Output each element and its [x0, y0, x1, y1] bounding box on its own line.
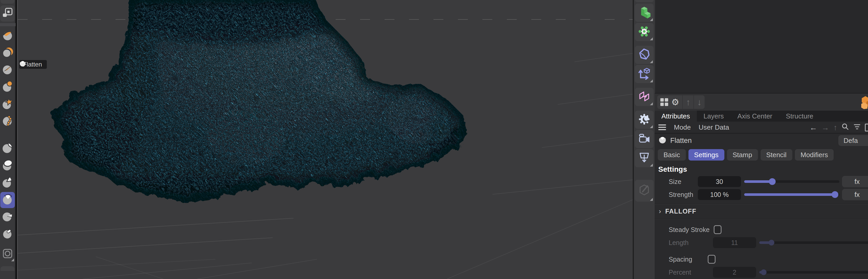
steady-stroke-row: Steady Stroke	[655, 223, 868, 236]
pull-brush-icon	[2, 29, 13, 42]
sculpt-mesh[interactable]	[44, 0, 486, 213]
toolbar-button-partial-top[interactable]	[1, 0, 14, 4]
search-icon[interactable]	[841, 123, 849, 133]
flyout-indicator	[650, 60, 653, 63]
slider-handle[interactable]	[832, 191, 838, 198]
plugin-icon[interactable]	[860, 96, 868, 110]
attributes-icon-toolbar: ⚙ ↑ ↓	[655, 94, 868, 111]
sky-object-button[interactable]	[635, 111, 654, 129]
sculpt-brush-toolbar	[0, 0, 16, 279]
toolbar-divider	[0, 23, 16, 26]
size-value-field[interactable]: 30	[698, 176, 741, 187]
edit-object-button-disabled	[635, 180, 654, 202]
sculpt-brush-scrape[interactable]	[0, 209, 15, 225]
attributes-manager: ⚙ ↑ ↓ Attributes Layers Axis Cente	[655, 0, 868, 279]
layout-grid-button[interactable]: ⚙	[657, 95, 683, 109]
gear-icon[interactable]: ⚙	[671, 98, 679, 106]
sky-object-icon	[638, 112, 651, 127]
sculpt-brush-fill[interactable]	[0, 141, 15, 156]
sculpt-brush-amplify[interactable]	[0, 113, 15, 130]
smooth-brush-icon	[2, 159, 13, 172]
add-primitive-button[interactable]	[635, 4, 654, 22]
symmetry-button[interactable]	[635, 88, 654, 106]
length-value-field[interactable]: 11	[713, 237, 756, 248]
tab-settings[interactable]: Settings	[688, 149, 724, 161]
tab-axis-center[interactable]: Axis Center	[731, 111, 779, 121]
percent-slider	[759, 271, 868, 274]
sculpt-brush-knife[interactable]	[0, 62, 15, 78]
select-mask-button[interactable]	[0, 246, 15, 262]
strength-label: Strength	[669, 191, 698, 199]
flyout-indicator	[650, 102, 653, 105]
toolbar-button-partial-bottom[interactable]	[1, 266, 14, 271]
hamburger-menu-icon[interactable]	[658, 125, 666, 130]
nav-forward-icon[interactable]: →	[822, 124, 829, 132]
sculpt-brush-inflate[interactable]	[0, 79, 15, 95]
size-slider[interactable]	[744, 180, 839, 183]
falloff-section-header[interactable]: › FALLOFF	[655, 206, 868, 216]
slider-handle[interactable]	[769, 178, 776, 185]
stage-floor-button[interactable]	[635, 149, 654, 167]
subdivide-icon	[2, 7, 13, 20]
strength-fx-button[interactable]: fx	[842, 189, 868, 200]
history-forward-button[interactable]: ↓	[694, 95, 705, 109]
grab-brush-icon	[2, 98, 13, 111]
sculpt-brush-smooth[interactable]	[0, 158, 15, 174]
flyout-indicator	[650, 198, 653, 201]
selected-object-row: Flatten Defa	[655, 134, 868, 147]
flyout-indicator	[650, 164, 653, 167]
add-generator-button[interactable]	[635, 23, 654, 41]
sculpt-brush-smear[interactable]	[0, 45, 15, 61]
workplane-axis-icon	[638, 67, 651, 81]
inflate-brush-icon	[2, 81, 13, 94]
sculpt-brush-pinch[interactable]	[0, 175, 15, 191]
flyout-indicator	[650, 37, 653, 40]
cinema4d-sculpt-workspace: Flatten	[0, 0, 868, 279]
tab-attributes[interactable]: Attributes	[655, 111, 697, 121]
flyout-indicator	[650, 125, 653, 128]
toolbar-button-partial-top[interactable]	[635, 0, 654, 2]
steady-stroke-checkbox[interactable]	[714, 225, 721, 234]
tab-stamp[interactable]: Stamp	[727, 149, 758, 161]
history-back-button[interactable]: ↑	[683, 95, 694, 109]
manager-tab-bar: Attributes Layers Axis Center Structure	[655, 111, 868, 121]
size-fx-button[interactable]: fx	[842, 176, 868, 187]
spacing-checkbox[interactable]	[708, 255, 716, 264]
percent-value-field[interactable]: 2	[713, 267, 756, 278]
workplane-button[interactable]	[635, 65, 654, 83]
nav-back-icon[interactable]: ←	[809, 124, 817, 132]
sculpt-brush-flatten[interactable]	[0, 192, 15, 208]
chevron-right-icon[interactable]: ›	[659, 207, 661, 215]
strength-value-field[interactable]: 100 %	[698, 189, 741, 200]
percent-label: Percent	[669, 269, 713, 276]
sculpt-brush-pull[interactable]	[0, 28, 15, 44]
sculpt-brush-grab[interactable]	[0, 96, 15, 112]
tab-modifiers[interactable]: Modifiers	[795, 149, 834, 161]
strength-slider[interactable]	[744, 193, 839, 196]
camera-button[interactable]	[635, 130, 654, 148]
tab-layers[interactable]: Layers	[697, 111, 731, 121]
active-tool-tooltip: Flatten	[19, 60, 47, 69]
tab-stencil[interactable]: Stencil	[761, 149, 792, 161]
spline-hexagon-icon	[638, 47, 651, 62]
filter-icon[interactable]	[854, 124, 861, 132]
mode-menu[interactable]: Mode	[674, 124, 691, 132]
length-label: Length	[669, 239, 713, 247]
flyout-indicator	[11, 258, 14, 261]
tab-basic[interactable]: Basic	[658, 149, 686, 161]
tab-structure[interactable]: Structure	[779, 111, 820, 121]
document-icon-partial[interactable]	[865, 124, 868, 132]
nav-up-icon[interactable]: ↑	[833, 124, 837, 132]
preset-button-partial[interactable]: Defa	[838, 135, 868, 146]
sculpt-brush-erase[interactable]	[0, 226, 15, 242]
arrow-up-icon: ↑	[686, 98, 690, 106]
subdivide-button[interactable]	[0, 5, 15, 22]
size-param-row: Size 30 fx	[655, 175, 868, 188]
steady-stroke-label: Steady Stroke	[669, 226, 710, 234]
user-data-menu[interactable]: User Data	[699, 124, 729, 132]
flyout-indicator	[650, 18, 653, 21]
add-spline-button[interactable]	[635, 46, 654, 64]
brush-settings-tabbar: Basic Settings Stamp Stencil Modifiers	[655, 147, 868, 163]
grid-icon	[660, 98, 668, 106]
viewport-3d[interactable]: Flatten	[17, 0, 633, 279]
